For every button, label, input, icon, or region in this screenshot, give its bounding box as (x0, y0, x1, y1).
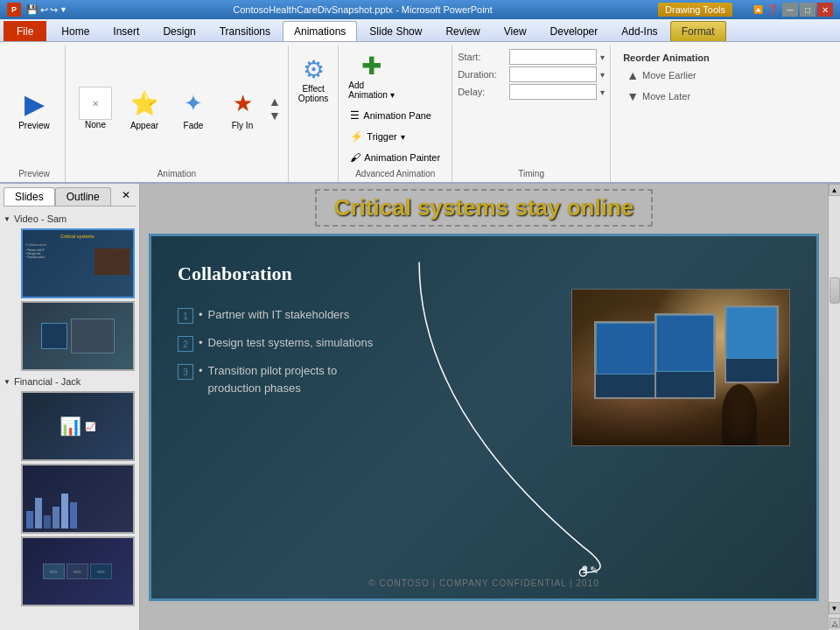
animation-group-label: Animation (158, 167, 196, 178)
slide-footer: © CONTOSO | COMPANY CONFIDENTIAL | 2010 (368, 578, 598, 588)
animation-painter-label: Animation Painter (364, 152, 440, 163)
maximize-button[interactable]: □ (800, 3, 816, 17)
tab-slides[interactable]: Slides (4, 187, 55, 206)
help-button[interactable]: ❓ (766, 4, 779, 16)
effect-options-icon: ⚙ (303, 55, 325, 84)
duration-arrow[interactable]: ▾ (600, 70, 605, 80)
tab-animations[interactable]: Animations (283, 21, 357, 41)
section-video-arrow[interactable]: ▼ (4, 215, 10, 223)
page-up-button[interactable]: △ (830, 618, 840, 628)
duration-label: Duration: (458, 69, 506, 80)
start-arrow[interactable]: ▾ (600, 52, 605, 62)
tab-insert[interactable]: Insert (102, 21, 150, 41)
tab-slideshow[interactable]: Slide Show (358, 21, 433, 41)
effect-options-label: EffectOptions (298, 84, 328, 103)
photo-inner (572, 290, 789, 445)
slide-8-thumb[interactable]: BOX BOX BOX (21, 536, 135, 606)
minimize-button[interactable]: ─ (782, 3, 798, 17)
move-earlier-button[interactable]: ▲ Move Earlier (623, 66, 710, 84)
ribbon-group-reorder: Reorder Animation ▲ Move Earlier ▼ Move … (611, 46, 722, 182)
bullet-dot-1: • (199, 306, 203, 324)
quick-access-undo[interactable]: ↩ (40, 4, 48, 16)
bullet-1-text: Partner with IT stakeholders (208, 306, 350, 324)
tab-transitions[interactable]: Transitions (208, 21, 282, 41)
move-later-icon: ▼ (626, 89, 639, 103)
tab-view[interactable]: View (493, 21, 538, 41)
quick-access-redo[interactable]: ↪ (50, 4, 58, 16)
slide-5-thumb[interactable] (21, 301, 135, 371)
trigger-label: Trigger (367, 131, 396, 142)
flyin-label: Fly In (232, 121, 253, 130)
scroll-up-arrow[interactable]: ▲ (829, 184, 841, 196)
animation-pane-button[interactable]: ☰ Animation Pane (344, 106, 446, 125)
timing-delay-row: Delay: ▾ (458, 84, 605, 100)
ribbon-collapse[interactable]: 🔼 (753, 5, 763, 14)
slide-panel: Slides Outline ✕ ▼ Video - Sam 4 Critica… (0, 184, 140, 630)
advanced-group-items: ✚ AddAnimation ▾ ☰ Animation Pane ⚡ Trig… (344, 49, 446, 167)
section-financial-arrow[interactable]: ▼ (4, 378, 10, 386)
panel-tabs: Slides Outline ✕ (4, 187, 136, 206)
scroll-track[interactable] (829, 196, 841, 602)
tab-design[interactable]: Design (151, 21, 206, 41)
trigger-button[interactable]: ⚡ Trigger ▾ (344, 127, 446, 146)
trigger-arrow: ▾ (401, 132, 405, 142)
scroll-down-arrow[interactable]: ▼ (829, 602, 841, 614)
slide-7-thumb[interactable] (21, 464, 135, 534)
vertical-scrollbar[interactable]: ▲ ▼ △ ▽ (828, 184, 840, 630)
appear-label: Appear (130, 121, 158, 130)
workspace-row: Slides Outline ✕ ▼ Video - Sam 4 Critica… (0, 184, 840, 630)
tab-format[interactable]: Format (670, 21, 726, 41)
tab-developer[interactable]: Developer (539, 21, 610, 41)
effect-options-button[interactable]: ⚙ EffectOptions (294, 52, 332, 106)
quick-access-save[interactable]: 💾 (26, 4, 38, 16)
close-button[interactable]: ✕ (817, 3, 833, 17)
delay-input[interactable] (509, 84, 597, 100)
ribbon-group-timing: Start: ▾ Duration: ▾ Delay: ▾ Timing (452, 46, 611, 182)
start-input[interactable] (509, 49, 597, 65)
duration-input[interactable] (509, 66, 597, 82)
animation-fade[interactable]: ✦ Fade (169, 83, 218, 133)
slide-canvas[interactable]: Collaboration 1 • Partner with IT stakeh… (149, 234, 819, 601)
slide-7-wrapper: 7 (4, 464, 136, 534)
preview-icon: ▶ (17, 86, 52, 121)
bullet-item-2: 2 • Design test systems, simulations (178, 334, 388, 352)
ribbon-group-preview: ▶ Preview Preview (4, 46, 66, 182)
bullet-2-num: 2 (178, 336, 193, 352)
monitor-2 (654, 313, 715, 399)
animation-flyin[interactable]: ★ Fly In (218, 83, 267, 133)
window-title: ContosoHealthCareDivSnapshot.pptx - Micr… (67, 4, 658, 15)
slide-heading: Collaboration (178, 262, 292, 285)
tab-outline[interactable]: Outline (55, 187, 111, 206)
slide-title-area: Critical systems stay online (149, 189, 819, 227)
slide-4-thumb[interactable]: Critical systems Collaboration • Partner… (21, 228, 135, 298)
anim-scroll-down[interactable]: ▼ (267, 108, 283, 122)
monitor-screen-1 (596, 323, 657, 375)
tab-review[interactable]: Review (434, 21, 491, 41)
tab-addins[interactable]: Add-Ins (610, 21, 668, 41)
slide-6-thumb[interactable]: 📊 📈 (21, 391, 135, 461)
scroll-thumb[interactable] (830, 277, 840, 304)
move-later-button[interactable]: ▼ Move Later (623, 88, 710, 105)
delay-arrow[interactable]: ▾ (600, 88, 605, 97)
center-col: Critical systems stay online Collaborati… (140, 184, 828, 630)
quick-access-dropdown[interactable]: ▼ (60, 5, 67, 14)
animation-appear[interactable]: ⭐ Appear (120, 83, 169, 133)
animation-painter-button[interactable]: 🖌 Animation Painter (344, 148, 446, 167)
anim-scroll-up[interactable]: ▲ (267, 94, 283, 108)
preview-button[interactable]: ▶ Preview (9, 83, 60, 133)
slide-title[interactable]: Critical systems stay online (315, 189, 653, 227)
panel-close-button[interactable]: ✕ (116, 187, 136, 206)
add-animation-button[interactable]: ✚ AddAnimation ▾ (344, 49, 398, 102)
tab-home[interactable]: Home (50, 21, 101, 41)
animation-none[interactable]: ✕ None (71, 84, 120, 132)
monitor-screen-2 (656, 315, 713, 373)
timing-group-items: Start: ▾ Duration: ▾ Delay: ▾ (458, 49, 605, 167)
ribbon-tabs: File Home Insert Design Transitions Anim… (0, 19, 840, 42)
animation-scroll-arrows: ▲ ▼ (267, 94, 283, 122)
none-icon: ✕ (79, 87, 112, 120)
window-controls[interactable]: ─ □ ✕ (782, 3, 833, 17)
app-logo: P (7, 3, 21, 17)
flyin-icon: ★ (225, 86, 260, 121)
ribbon-content: ▶ Preview Preview ✕ None ⭐ Appear ✦ Fade (0, 42, 840, 184)
tab-file[interactable]: File (4, 21, 46, 41)
